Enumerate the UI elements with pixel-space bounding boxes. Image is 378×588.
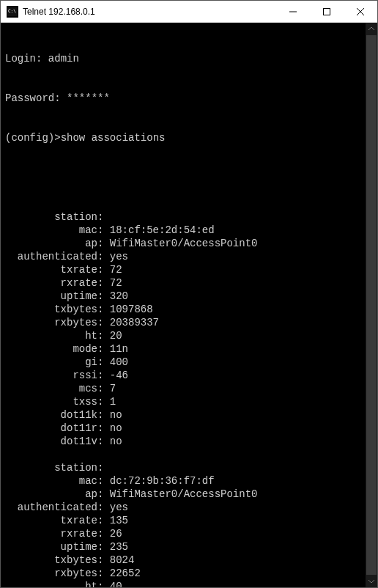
field-separator: : [97,369,110,382]
field-value: WifiMaster0/AccessPoint0 [110,237,258,250]
scrollbar-track[interactable] [366,23,377,587]
field-value: 72 [110,276,122,290]
field-value: 11n [110,342,128,356]
field-key: ht [5,580,97,587]
field-row: txbytes: 1097868 [5,303,373,316]
stations-output: station:mac: 18:cf:5e:2d:54:edap: WifiMa… [5,210,373,587]
field-value: -46 [110,369,128,382]
field-separator: : [97,382,110,395]
field-value: 1 [110,395,116,408]
field-separator: : [97,501,110,514]
login-line: Login: admin [5,52,373,65]
field-separator: : [97,488,110,501]
field-key: txrate [5,263,97,276]
command-line: (config)> show associations [5,131,373,144]
password-label: Password: [5,92,61,104]
field-value: 20389337 [110,316,159,329]
telnet-window: C:\ Telnet 192.168.0.1 Login: admin Pass… [0,0,378,588]
field-row: gi: 400 [5,356,373,369]
field-row: authenticated: yes [5,501,373,514]
scroll-down-arrow-icon[interactable] [366,576,377,587]
field-key: rxbytes [5,316,97,329]
minimize-button[interactable] [276,1,310,23]
window-title: Telnet 192.168.0.1 [23,7,276,17]
field-value: no [110,435,122,448]
password-line: Password: ******* [5,92,373,105]
field-row: dot11r: no [5,422,373,435]
station-header: station: [5,461,373,474]
field-key: ap [5,237,97,250]
field-separator: : [97,474,110,488]
field-value: 26 [110,527,122,540]
field-row: rxbytes: 22652 [5,567,373,580]
field-value: 8024 [110,554,135,567]
field-row: mcs: 7 [5,382,373,395]
field-separator: : [97,250,110,263]
field-value: no [110,422,122,435]
field-separator: : [97,276,110,290]
field-row: uptime: 235 [5,540,373,554]
field-separator: : [97,514,110,527]
field-key: txbytes [5,554,97,567]
field-key: rxbytes [5,567,97,580]
field-key: authenticated [5,501,97,514]
field-row: rxbytes: 20389337 [5,316,373,329]
blank-line [5,171,373,184]
field-row: ap: WifiMaster0/AccessPoint0 [5,488,373,501]
field-row: dot11k: no [5,408,373,422]
field-key: txrate [5,514,97,527]
field-value: 22652 [110,567,141,580]
terminal-output[interactable]: Login: admin Password: ******* (config)>… [1,23,377,587]
field-key: txbytes [5,303,97,316]
field-key: rxrate [5,276,97,290]
command-text: show associations [61,131,166,144]
field-value: no [110,408,122,422]
svg-rect-4 [324,8,330,15]
field-row: ap: WifiMaster0/AccessPoint0 [5,237,373,250]
field-value: yes [110,501,128,514]
field-key: ht [5,329,97,342]
field-value: WifiMaster0/AccessPoint0 [110,488,258,501]
field-key: dot11k [5,408,97,422]
field-value: 40 [110,580,122,587]
field-separator: : [97,540,110,554]
station-header: station: [5,210,373,224]
close-button[interactable] [344,1,377,23]
field-row: ht: 20 [5,329,373,342]
field-key: uptime [5,540,97,554]
field-value: dc:72:9b:36:f7:df [110,474,215,488]
field-row: rssi: -46 [5,369,373,382]
field-value: 18:cf:5e:2d:54:ed [110,224,215,237]
login-label: Login: [5,53,42,65]
field-separator: : [97,435,110,448]
field-value: 320 [110,290,128,303]
field-value: 135 [110,514,128,527]
field-separator: : [97,329,110,342]
field-separator: : [97,356,110,369]
scroll-up-arrow-icon[interactable] [366,23,377,34]
field-separator: : [97,316,110,329]
field-row: txss: 1 [5,395,373,408]
field-row: mac: 18:cf:5e:2d:54:ed [5,224,373,237]
field-separator: : [97,580,110,587]
field-key: mac [5,224,97,237]
window-titlebar[interactable]: C:\ Telnet 192.168.0.1 [1,1,377,23]
field-row: rxrate: 72 [5,276,373,290]
login-value: admin [48,53,79,65]
field-key: dot11v [5,435,97,448]
field-separator: : [97,342,110,356]
field-value: 72 [110,263,122,276]
field-value: 20 [110,329,122,342]
field-row: mode: 11n [5,342,373,356]
scrollbar-thumb[interactable] [366,35,377,575]
window-controls [276,1,377,23]
maximize-button[interactable] [310,1,344,23]
field-key: mcs [5,382,97,395]
field-value: 400 [110,356,128,369]
field-row: authenticated: yes [5,250,373,263]
field-separator: : [97,290,110,303]
field-key: uptime [5,290,97,303]
blank-line [5,448,373,461]
field-separator: : [97,237,110,250]
field-value: 7 [110,382,116,395]
